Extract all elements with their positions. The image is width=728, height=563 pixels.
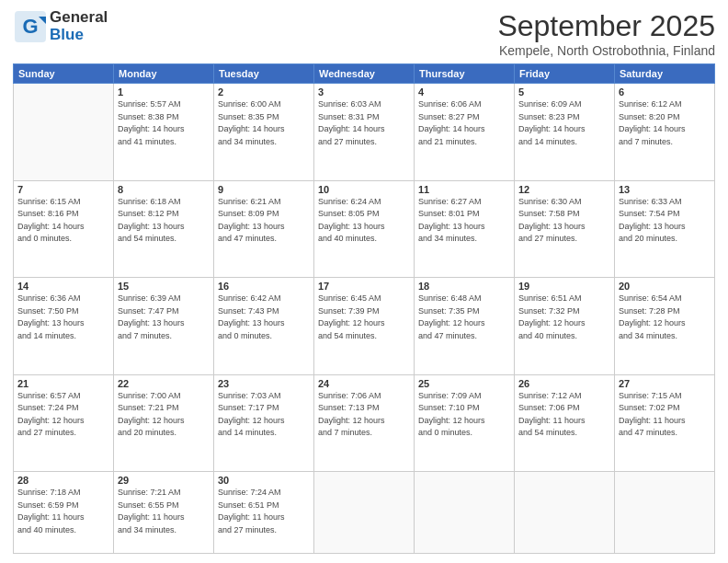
logo: G General Blue	[13, 9, 108, 44]
table-row: 14Sunrise: 6:36 AM Sunset: 7:50 PM Dayli…	[14, 278, 114, 375]
col-thursday: Thursday	[415, 64, 515, 84]
table-row: 10Sunrise: 6:24 AM Sunset: 8:05 PM Dayli…	[314, 180, 415, 278]
table-row	[615, 472, 715, 554]
table-row: 15Sunrise: 6:39 AM Sunset: 7:47 PM Dayli…	[114, 278, 214, 375]
day-info: Sunrise: 6:18 AM Sunset: 8:12 PM Dayligh…	[118, 196, 210, 246]
table-row: 2Sunrise: 6:00 AM Sunset: 8:35 PM Daylig…	[214, 84, 314, 181]
table-row: 22Sunrise: 7:00 AM Sunset: 7:21 PM Dayli…	[114, 374, 214, 472]
calendar-table: Sunday Monday Tuesday Wednesday Thursday…	[13, 63, 715, 554]
day-number: 14	[17, 281, 109, 292]
table-row	[314, 472, 415, 554]
day-info: Sunrise: 7:18 AM Sunset: 6:59 PM Dayligh…	[17, 487, 109, 536]
day-info: Sunrise: 6:45 AM Sunset: 7:39 PM Dayligh…	[318, 293, 410, 342]
day-info: Sunrise: 7:24 AM Sunset: 6:51 PM Dayligh…	[218, 487, 310, 536]
table-row: 9Sunrise: 6:21 AM Sunset: 8:09 PM Daylig…	[214, 180, 314, 278]
day-number: 24	[318, 378, 410, 389]
day-info: Sunrise: 6:27 AM Sunset: 8:01 PM Dayligh…	[418, 196, 510, 246]
table-row: 18Sunrise: 6:48 AM Sunset: 7:35 PM Dayli…	[415, 278, 515, 375]
table-row: 25Sunrise: 7:09 AM Sunset: 7:10 PM Dayli…	[415, 374, 515, 472]
table-row: 1Sunrise: 5:57 AM Sunset: 8:38 PM Daylig…	[114, 84, 214, 181]
table-row: 8Sunrise: 6:18 AM Sunset: 8:12 PM Daylig…	[114, 180, 214, 278]
day-number: 5	[518, 86, 610, 98]
day-number: 20	[619, 281, 711, 292]
day-info: Sunrise: 7:06 AM Sunset: 7:13 PM Dayligh…	[318, 390, 410, 440]
day-number: 27	[619, 378, 711, 389]
day-info: Sunrise: 5:57 AM Sunset: 8:38 PM Dayligh…	[118, 98, 210, 148]
table-row: 30Sunrise: 7:24 AM Sunset: 6:51 PM Dayli…	[214, 472, 314, 554]
day-info: Sunrise: 6:21 AM Sunset: 8:09 PM Dayligh…	[218, 196, 310, 246]
table-row: 26Sunrise: 7:12 AM Sunset: 7:06 PM Dayli…	[515, 374, 615, 472]
day-number: 28	[17, 475, 109, 486]
day-number: 25	[418, 378, 510, 389]
day-info: Sunrise: 6:36 AM Sunset: 7:50 PM Dayligh…	[17, 293, 109, 342]
day-info: Sunrise: 6:06 AM Sunset: 8:27 PM Dayligh…	[418, 98, 510, 148]
day-number: 22	[118, 378, 210, 389]
day-info: Sunrise: 6:57 AM Sunset: 7:24 PM Dayligh…	[17, 390, 109, 440]
col-saturday: Saturday	[615, 64, 715, 84]
table-row: 24Sunrise: 7:06 AM Sunset: 7:13 PM Dayli…	[314, 374, 415, 472]
day-number: 26	[518, 378, 610, 389]
day-info: Sunrise: 6:00 AM Sunset: 8:35 PM Dayligh…	[218, 98, 310, 148]
table-row: 4Sunrise: 6:06 AM Sunset: 8:27 PM Daylig…	[415, 84, 515, 181]
day-number: 29	[118, 475, 210, 486]
day-number: 2	[218, 86, 310, 98]
day-number: 19	[518, 281, 610, 292]
table-row: 27Sunrise: 7:15 AM Sunset: 7:02 PM Dayli…	[615, 374, 715, 472]
table-row: 3Sunrise: 6:03 AM Sunset: 8:31 PM Daylig…	[314, 84, 415, 181]
day-info: Sunrise: 6:12 AM Sunset: 8:20 PM Dayligh…	[619, 98, 711, 148]
day-number: 13	[619, 184, 711, 195]
month-title: September 2025	[497, 9, 715, 43]
day-info: Sunrise: 7:03 AM Sunset: 7:17 PM Dayligh…	[218, 390, 310, 440]
table-row: 6Sunrise: 6:12 AM Sunset: 8:20 PM Daylig…	[615, 84, 715, 181]
day-info: Sunrise: 7:12 AM Sunset: 7:06 PM Dayligh…	[518, 390, 610, 440]
day-number: 7	[17, 184, 109, 195]
day-info: Sunrise: 7:00 AM Sunset: 7:21 PM Dayligh…	[118, 390, 210, 440]
day-info: Sunrise: 6:15 AM Sunset: 8:16 PM Dayligh…	[17, 196, 109, 246]
day-info: Sunrise: 6:03 AM Sunset: 8:31 PM Dayligh…	[318, 98, 410, 148]
logo-general: General	[50, 8, 108, 26]
col-monday: Monday	[114, 64, 214, 84]
table-row	[14, 84, 114, 181]
day-info: Sunrise: 7:15 AM Sunset: 7:02 PM Dayligh…	[619, 390, 711, 440]
day-info: Sunrise: 7:21 AM Sunset: 6:55 PM Dayligh…	[118, 487, 210, 536]
day-number: 16	[218, 281, 310, 292]
table-row: 20Sunrise: 6:54 AM Sunset: 7:28 PM Dayli…	[615, 278, 715, 375]
day-info: Sunrise: 6:42 AM Sunset: 7:43 PM Dayligh…	[218, 293, 310, 342]
day-number: 12	[518, 184, 610, 195]
table-row: 11Sunrise: 6:27 AM Sunset: 8:01 PM Dayli…	[415, 180, 515, 278]
location: Kempele, North Ostrobothnia, Finland	[497, 43, 715, 58]
day-info: Sunrise: 7:09 AM Sunset: 7:10 PM Dayligh…	[418, 390, 510, 440]
col-sunday: Sunday	[14, 64, 114, 84]
col-tuesday: Tuesday	[214, 64, 314, 84]
day-number: 17	[318, 281, 410, 292]
title-block: September 2025 Kempele, North Ostrobothn…	[497, 9, 715, 58]
day-number: 3	[318, 86, 410, 98]
svg-text:G: G	[22, 15, 38, 38]
table-row: 13Sunrise: 6:33 AM Sunset: 7:54 PM Dayli…	[615, 180, 715, 278]
col-wednesday: Wednesday	[314, 64, 415, 84]
day-number: 30	[218, 475, 310, 486]
table-row	[515, 472, 615, 554]
day-number: 8	[118, 184, 210, 195]
table-row: 5Sunrise: 6:09 AM Sunset: 8:23 PM Daylig…	[515, 84, 615, 181]
day-info: Sunrise: 6:54 AM Sunset: 7:28 PM Dayligh…	[619, 293, 711, 342]
table-row	[415, 472, 515, 554]
table-row: 23Sunrise: 7:03 AM Sunset: 7:17 PM Dayli…	[214, 374, 314, 472]
table-row: 28Sunrise: 7:18 AM Sunset: 6:59 PM Dayli…	[14, 472, 114, 554]
calendar-header-row: Sunday Monday Tuesday Wednesday Thursday…	[14, 64, 715, 84]
day-number: 11	[418, 184, 510, 195]
table-row: 17Sunrise: 6:45 AM Sunset: 7:39 PM Dayli…	[314, 278, 415, 375]
day-info: Sunrise: 6:33 AM Sunset: 7:54 PM Dayligh…	[619, 196, 711, 246]
table-row: 16Sunrise: 6:42 AM Sunset: 7:43 PM Dayli…	[214, 278, 314, 375]
table-row: 12Sunrise: 6:30 AM Sunset: 7:58 PM Dayli…	[515, 180, 615, 278]
table-row: 29Sunrise: 7:21 AM Sunset: 6:55 PM Dayli…	[114, 472, 214, 554]
day-number: 15	[118, 281, 210, 292]
day-number: 21	[17, 378, 109, 389]
logo-icon: G	[13, 9, 48, 44]
table-row: 19Sunrise: 6:51 AM Sunset: 7:32 PM Dayli…	[515, 278, 615, 375]
day-number: 10	[318, 184, 410, 195]
day-info: Sunrise: 6:30 AM Sunset: 7:58 PM Dayligh…	[518, 196, 610, 246]
header: G General Blue September 2025 Kempele, N…	[13, 9, 715, 58]
table-row: 7Sunrise: 6:15 AM Sunset: 8:16 PM Daylig…	[14, 180, 114, 278]
day-number: 9	[218, 184, 310, 195]
